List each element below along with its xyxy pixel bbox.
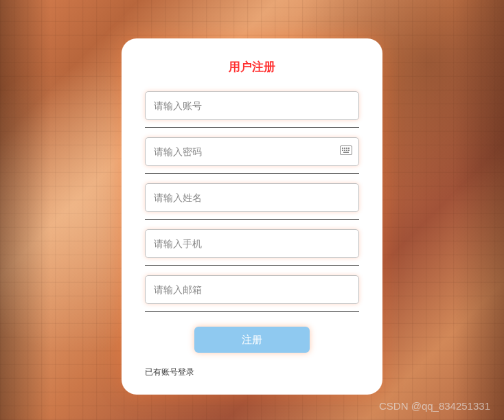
- phone-field-wrap: [145, 229, 359, 266]
- register-button[interactable]: 注册: [194, 327, 310, 353]
- password-field-wrap: [145, 137, 359, 174]
- form-title: 用户注册: [145, 59, 359, 75]
- register-card: 用户注册 注册 已有账号登录: [122, 38, 382, 395]
- name-input[interactable]: [145, 183, 359, 212]
- email-input[interactable]: [145, 275, 359, 304]
- name-field-wrap: [145, 183, 359, 220]
- phone-input[interactable]: [145, 229, 359, 258]
- password-input[interactable]: [145, 137, 359, 166]
- watermark-text: CSDN @qq_834251331: [379, 400, 490, 412]
- account-field-wrap: [145, 91, 359, 128]
- login-link[interactable]: 已有账号登录: [145, 367, 194, 377]
- email-field-wrap: [145, 275, 359, 312]
- account-input[interactable]: [145, 91, 359, 120]
